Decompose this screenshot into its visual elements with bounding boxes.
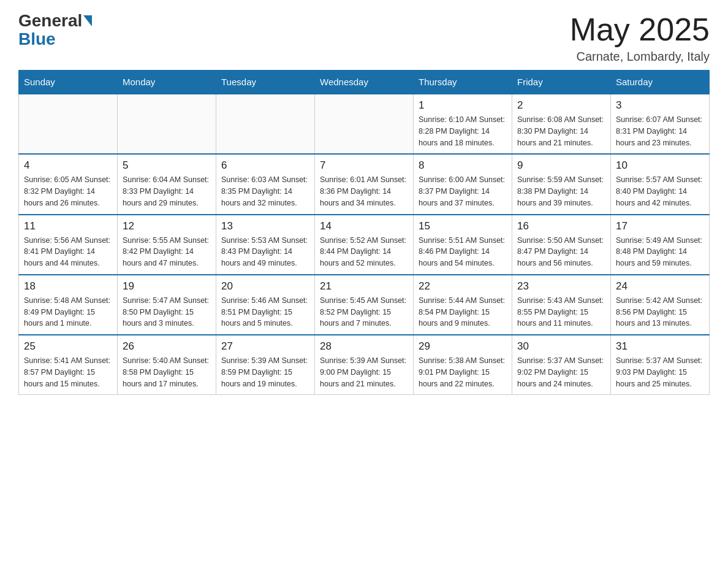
day-of-week-header: Saturday (611, 71, 710, 94)
day-of-week-header: Wednesday (315, 71, 414, 94)
day-number: 8 (419, 159, 507, 172)
day-info: Sunrise: 5:37 AM Sunset: 9:03 PM Dayligh… (616, 355, 704, 389)
calendar-week-row: 11Sunrise: 5:56 AM Sunset: 8:41 PM Dayli… (19, 215, 710, 275)
day-number: 29 (419, 340, 507, 353)
day-info: Sunrise: 6:05 AM Sunset: 8:32 PM Dayligh… (24, 174, 112, 209)
day-number: 2 (517, 99, 605, 112)
calendar-day-cell: 14Sunrise: 5:52 AM Sunset: 8:44 PM Dayli… (315, 215, 414, 275)
calendar-day-cell: 7Sunrise: 6:01 AM Sunset: 8:36 PM Daylig… (315, 154, 414, 214)
calendar-day-cell: 12Sunrise: 5:55 AM Sunset: 8:42 PM Dayli… (118, 215, 216, 275)
day-number: 15 (419, 220, 507, 232)
calendar-day-cell: 22Sunrise: 5:44 AM Sunset: 8:54 PM Dayli… (414, 275, 512, 335)
calendar-day-cell: 10Sunrise: 5:57 AM Sunset: 8:40 PM Dayli… (611, 154, 710, 214)
day-info: Sunrise: 5:48 AM Sunset: 8:49 PM Dayligh… (24, 295, 112, 329)
day-number: 23 (517, 280, 605, 293)
day-info: Sunrise: 5:45 AM Sunset: 8:52 PM Dayligh… (320, 295, 408, 329)
page-header: General Blue May 2025 Carnate, Lombardy,… (18, 12, 710, 64)
calendar-day-cell: 26Sunrise: 5:40 AM Sunset: 8:58 PM Dayli… (118, 335, 216, 395)
calendar-day-cell: 5Sunrise: 6:04 AM Sunset: 8:33 PM Daylig… (118, 154, 216, 214)
day-info: Sunrise: 5:39 AM Sunset: 9:00 PM Dayligh… (320, 355, 408, 389)
day-info: Sunrise: 6:04 AM Sunset: 8:33 PM Dayligh… (123, 174, 211, 209)
day-number: 11 (24, 220, 112, 232)
day-info: Sunrise: 5:42 AM Sunset: 8:56 PM Dayligh… (616, 295, 704, 329)
day-info: Sunrise: 5:44 AM Sunset: 8:54 PM Dayligh… (419, 295, 507, 329)
day-number: 14 (320, 220, 408, 232)
calendar-day-cell: 24Sunrise: 5:42 AM Sunset: 8:56 PM Dayli… (611, 275, 710, 335)
day-info: Sunrise: 5:37 AM Sunset: 9:02 PM Dayligh… (517, 355, 605, 389)
calendar-day-cell: 17Sunrise: 5:49 AM Sunset: 8:48 PM Dayli… (611, 215, 710, 275)
day-number: 21 (320, 280, 408, 293)
calendar-day-cell (118, 94, 216, 154)
day-of-week-header: Thursday (414, 71, 512, 94)
day-info: Sunrise: 5:41 AM Sunset: 8:57 PM Dayligh… (24, 355, 112, 389)
day-number: 25 (24, 340, 112, 353)
calendar-week-row: 1Sunrise: 6:10 AM Sunset: 8:28 PM Daylig… (19, 94, 710, 154)
day-info: Sunrise: 6:07 AM Sunset: 8:31 PM Dayligh… (616, 114, 704, 148)
calendar-day-cell: 31Sunrise: 5:37 AM Sunset: 9:03 PM Dayli… (611, 335, 710, 395)
calendar-table: SundayMondayTuesdayWednesdayThursdayFrid… (18, 70, 710, 395)
calendar-day-cell: 18Sunrise: 5:48 AM Sunset: 8:49 PM Dayli… (19, 275, 118, 335)
calendar-day-cell: 27Sunrise: 5:39 AM Sunset: 8:59 PM Dayli… (216, 335, 315, 395)
day-number: 10 (616, 159, 704, 172)
day-info: Sunrise: 6:10 AM Sunset: 8:28 PM Dayligh… (419, 114, 507, 148)
day-number: 26 (123, 340, 211, 353)
calendar-header-row: SundayMondayTuesdayWednesdayThursdayFrid… (19, 71, 710, 94)
day-info: Sunrise: 5:59 AM Sunset: 8:38 PM Dayligh… (517, 174, 605, 209)
day-info: Sunrise: 5:50 AM Sunset: 8:47 PM Dayligh… (517, 235, 605, 269)
day-number: 5 (123, 159, 211, 172)
day-info: Sunrise: 6:03 AM Sunset: 8:35 PM Dayligh… (221, 174, 309, 209)
calendar-day-cell: 6Sunrise: 6:03 AM Sunset: 8:35 PM Daylig… (216, 154, 315, 214)
day-info: Sunrise: 6:00 AM Sunset: 8:37 PM Dayligh… (419, 174, 507, 209)
day-number: 1 (419, 99, 507, 112)
logo-arrow-icon (83, 15, 92, 26)
logo-general-text: General (18, 12, 82, 29)
day-number: 4 (24, 159, 112, 172)
day-info: Sunrise: 5:49 AM Sunset: 8:48 PM Dayligh… (616, 235, 704, 269)
logo-blue-text: Blue (18, 29, 56, 49)
day-number: 7 (320, 159, 408, 172)
logo: General Blue (18, 12, 93, 49)
day-info: Sunrise: 5:43 AM Sunset: 8:55 PM Dayligh… (517, 295, 605, 329)
calendar-day-cell: 8Sunrise: 6:00 AM Sunset: 8:37 PM Daylig… (414, 154, 512, 214)
day-number: 22 (419, 280, 507, 293)
day-info: Sunrise: 5:46 AM Sunset: 8:51 PM Dayligh… (221, 295, 309, 329)
calendar-day-cell: 25Sunrise: 5:41 AM Sunset: 8:57 PM Dayli… (19, 335, 118, 395)
calendar-day-cell: 23Sunrise: 5:43 AM Sunset: 8:55 PM Dayli… (512, 275, 611, 335)
day-number: 20 (221, 280, 309, 293)
day-number: 3 (616, 99, 704, 112)
calendar-week-row: 18Sunrise: 5:48 AM Sunset: 8:49 PM Dayli… (19, 275, 710, 335)
day-number: 16 (517, 220, 605, 232)
day-number: 28 (320, 340, 408, 353)
day-number: 30 (517, 340, 605, 353)
day-number: 9 (517, 159, 605, 172)
day-info: Sunrise: 5:53 AM Sunset: 8:43 PM Dayligh… (221, 235, 309, 269)
calendar-day-cell: 1Sunrise: 6:10 AM Sunset: 8:28 PM Daylig… (414, 94, 512, 154)
day-info: Sunrise: 5:55 AM Sunset: 8:42 PM Dayligh… (123, 235, 211, 269)
calendar-week-row: 25Sunrise: 5:41 AM Sunset: 8:57 PM Dayli… (19, 335, 710, 395)
day-info: Sunrise: 5:51 AM Sunset: 8:46 PM Dayligh… (419, 235, 507, 269)
day-number: 31 (616, 340, 704, 353)
day-info: Sunrise: 5:39 AM Sunset: 8:59 PM Dayligh… (221, 355, 309, 389)
calendar-day-cell (216, 94, 315, 154)
day-number: 17 (616, 220, 704, 232)
calendar-day-cell: 21Sunrise: 5:45 AM Sunset: 8:52 PM Dayli… (315, 275, 414, 335)
calendar-day-cell: 30Sunrise: 5:37 AM Sunset: 9:02 PM Dayli… (512, 335, 611, 395)
month-title: May 2025 (570, 12, 710, 47)
day-of-week-header: Sunday (19, 71, 118, 94)
day-of-week-header: Tuesday (216, 71, 315, 94)
day-info: Sunrise: 5:38 AM Sunset: 9:01 PM Dayligh… (419, 355, 507, 389)
day-info: Sunrise: 5:57 AM Sunset: 8:40 PM Dayligh… (616, 174, 704, 209)
calendar-day-cell: 3Sunrise: 6:07 AM Sunset: 8:31 PM Daylig… (611, 94, 710, 154)
day-info: Sunrise: 5:40 AM Sunset: 8:58 PM Dayligh… (123, 355, 211, 389)
day-number: 19 (123, 280, 211, 293)
calendar-day-cell: 19Sunrise: 5:47 AM Sunset: 8:50 PM Dayli… (118, 275, 216, 335)
day-info: Sunrise: 6:08 AM Sunset: 8:30 PM Dayligh… (517, 114, 605, 148)
day-number: 12 (123, 220, 211, 232)
calendar-day-cell: 2Sunrise: 6:08 AM Sunset: 8:30 PM Daylig… (512, 94, 611, 154)
day-number: 6 (221, 159, 309, 172)
calendar-week-row: 4Sunrise: 6:05 AM Sunset: 8:32 PM Daylig… (19, 154, 710, 214)
calendar-day-cell: 13Sunrise: 5:53 AM Sunset: 8:43 PM Dayli… (216, 215, 315, 275)
day-number: 24 (616, 280, 704, 293)
calendar-day-cell: 29Sunrise: 5:38 AM Sunset: 9:01 PM Dayli… (414, 335, 512, 395)
calendar-day-cell (315, 94, 414, 154)
